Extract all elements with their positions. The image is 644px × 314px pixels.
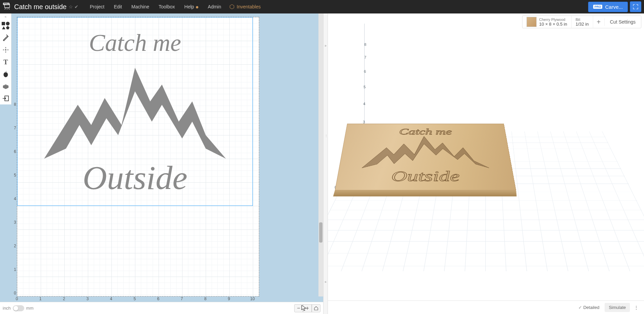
shapes-tool[interactable] — [0, 20, 11, 32]
material-dims: 10 × 8 × 0.5 in — [539, 22, 567, 27]
import-tool[interactable] — [0, 92, 11, 104]
bit-value: 1/32 in — [576, 22, 589, 27]
scrollbar-thumb[interactable] — [319, 222, 323, 243]
x-axis: 0 1 2 3 4 5 6 7 8 9 10 — [17, 296, 320, 302]
svg-rect-5 — [2, 22, 5, 25]
saved-check-icon: ✔ — [74, 4, 78, 9]
menu-edit[interactable]: Edit — [109, 0, 127, 13]
mode-detailed[interactable]: Detailed — [574, 303, 603, 312]
y3-tick: 3 — [363, 120, 365, 124]
drill-tool[interactable] — [0, 44, 11, 56]
svg-point-6 — [6, 22, 10, 26]
shapes-icon — [1, 21, 10, 30]
unit-mm-label[interactable]: mm — [26, 306, 34, 311]
preview-menu-button[interactable]: ⋮ — [631, 303, 641, 312]
top-bar: PRO Catch me outside ☆ ✔ Project Edit Ma… — [0, 0, 644, 13]
y-tick: 4 — [14, 196, 16, 201]
material-name: Cherry Plywood — [539, 18, 567, 22]
x-tick: 1 — [39, 296, 42, 301]
inventables-link[interactable]: Inventables — [229, 4, 261, 9]
x-tick: 2 — [63, 296, 65, 301]
x-tick: 7 — [181, 296, 183, 301]
carving-preview: Catch me Outside — [335, 124, 516, 190]
collapse-tools-icon[interactable]: « — [0, 15, 11, 20]
preview-3d[interactable]: 0 1 2 3 4 5 6 7 8 0 1 2 3 4 5 6 7 8 9 10 — [328, 13, 644, 301]
menu-help[interactable]: Help — [180, 0, 203, 13]
y-tick: 3 — [14, 220, 16, 225]
svg-point-9 — [5, 49, 6, 51]
home-icon — [314, 306, 318, 311]
pen-tool[interactable] — [0, 32, 11, 44]
zoom-out-button[interactable]: − — [294, 304, 303, 312]
design-text-line2[interactable]: Outside — [82, 159, 187, 196]
y-tick: 7 — [14, 126, 16, 130]
pro-badge-logo: PRO — [3, 3, 9, 5]
unit-inch-label[interactable]: inch — [3, 306, 11, 311]
x-tick: 6 — [157, 296, 160, 301]
design-text-line1[interactable]: Catch me — [89, 29, 181, 56]
preview-bottom-bar: Detailed Simulate ⋮ — [328, 301, 644, 314]
bit-label: Bit: — [576, 18, 589, 22]
y3-tick: 4 — [363, 102, 365, 106]
mountain-shape[interactable] — [44, 68, 226, 159]
vertical-scrollbar[interactable] — [318, 13, 323, 296]
menu-machine[interactable]: Machine — [127, 0, 154, 13]
svg-marker-4 — [230, 4, 234, 9]
material-3d[interactable]: Catch me Outside — [335, 124, 516, 190]
zoom-in-button[interactable]: + — [303, 304, 312, 312]
canvas-2d[interactable]: 0 1 2 3 4 5 6 7 8 Catch me Outside 0 — [11, 13, 323, 302]
unit-switch[interactable] — [13, 305, 24, 311]
design-2d[interactable]: Catch me Outside — [17, 17, 253, 206]
y-tick: 1 — [14, 267, 16, 272]
apps-tool[interactable] — [0, 68, 11, 80]
mode-simulate[interactable]: Simulate — [605, 303, 630, 312]
inventables-label: Inventables — [237, 4, 261, 9]
material-panel: Cherry Plywood 10 × 8 × 0.5 in Bit: 1/32… — [522, 15, 641, 28]
y3-tick: 5 — [364, 85, 366, 89]
carve-button[interactable]: PRO Carve... — [588, 2, 628, 12]
favorite-star-icon[interactable]: ☆ — [69, 4, 73, 9]
pane-splitter[interactable]: » ⋮⋮⋮⋮ « — [323, 13, 328, 314]
add-bit-button[interactable]: + — [593, 18, 605, 26]
svg-point-14 — [4, 85, 5, 86]
board-edge — [333, 190, 517, 196]
cut-settings-button[interactable]: Cut Settings — [605, 19, 641, 25]
x-tick: 10 — [250, 296, 255, 301]
wood-swatch-icon — [527, 17, 537, 27]
x-tick: 0 — [16, 296, 18, 301]
fullscreen-icon — [633, 4, 639, 10]
inventables-hex-icon — [229, 4, 235, 9]
y3-tick: 7 — [364, 55, 366, 59]
units-toggle: inch mm — [3, 305, 34, 311]
material-chip[interactable]: Cherry Plywood 10 × 8 × 0.5 in — [522, 16, 572, 28]
svg-line-2 — [8, 8, 9, 10]
y-tick: 6 — [14, 149, 16, 154]
project-title[interactable]: Catch me outside — [14, 3, 67, 11]
bottom-bar-2d: inch mm − + — [0, 302, 323, 314]
svg-marker-7 — [2, 26, 5, 29]
workspace-grid[interactable]: Catch me Outside — [17, 17, 259, 296]
chevron-left-icon[interactable]: « — [325, 280, 327, 284]
y3-tick: 6 — [364, 69, 366, 73]
tool-sidebar: « T — [0, 13, 11, 104]
menu-toolbox[interactable]: Toolbox — [154, 0, 179, 13]
drill-icon — [2, 46, 9, 54]
y-tick: 5 — [14, 173, 16, 178]
y-axis: 0 1 2 3 4 5 6 7 8 — [11, 13, 17, 299]
carve-text-line2: Outside — [391, 168, 460, 184]
y3-tick: 8 — [364, 42, 366, 46]
text-tool[interactable]: T — [0, 56, 11, 68]
menu-admin[interactable]: Admin — [203, 0, 226, 13]
menu-project[interactable]: Project — [85, 0, 109, 13]
lego-tool[interactable] — [0, 80, 11, 92]
svg-point-15 — [6, 85, 7, 86]
x-tick: 4 — [110, 296, 112, 301]
zoom-fit-button[interactable] — [312, 304, 320, 312]
fit-screen-button[interactable] — [630, 1, 641, 12]
import-icon — [2, 95, 9, 102]
x-tick: 8 — [204, 296, 207, 301]
app-logo[interactable]: PRO — [3, 2, 11, 11]
carve-mountain — [362, 136, 489, 168]
bit-chip[interactable]: Bit: 1/32 in — [572, 16, 593, 28]
chevron-right-icon[interactable]: » — [325, 44, 327, 48]
